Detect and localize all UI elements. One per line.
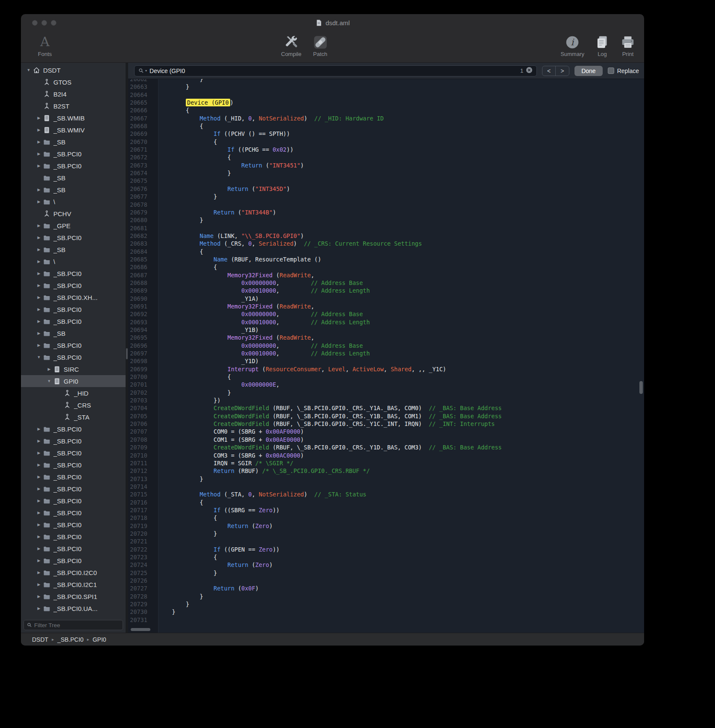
sidebar-item[interactable]: ▶ \ bbox=[21, 255, 126, 267]
sidebar-item[interactable]: ▶ _SB.PCI0 bbox=[21, 495, 126, 507]
sidebar-item[interactable]: ▼ GPI0 bbox=[21, 375, 126, 387]
sidebar-item[interactable]: ▶ _GPE bbox=[21, 220, 126, 232]
disclosure-triangle-icon[interactable]: ▶ bbox=[35, 499, 42, 503]
disclosure-triangle-icon[interactable]: ▶ bbox=[35, 475, 42, 479]
fonts-button[interactable]: Fonts bbox=[37, 35, 53, 57]
log-button[interactable]: Log bbox=[595, 35, 610, 57]
sidebar-item[interactable]: ▶ _SB.PCI0 bbox=[21, 543, 126, 555]
sidebar-item[interactable]: ▶ _SB.WMIB bbox=[21, 112, 126, 124]
disclosure-triangle-icon[interactable]: ▶ bbox=[35, 247, 42, 252]
disclosure-triangle-icon[interactable]: ▶ bbox=[35, 523, 42, 527]
disclosure-triangle-icon[interactable]: ▶ bbox=[35, 463, 42, 467]
sidebar-item[interactable]: ▶ _SB.PCI0 bbox=[21, 507, 126, 519]
disclosure-triangle-icon[interactable]: ▶ bbox=[35, 427, 42, 431]
disclosure-triangle-icon[interactable]: ▶ bbox=[35, 331, 42, 335]
sidebar-item[interactable]: ▶ _SB.PCI0 bbox=[21, 160, 126, 172]
disclosure-triangle-icon[interactable]: ▶ bbox=[35, 188, 42, 192]
replace-checkbox[interactable] bbox=[608, 68, 614, 74]
sidebar-item[interactable]: _STA bbox=[21, 411, 126, 423]
divider-grip[interactable] bbox=[126, 348, 128, 359]
sidebar-item[interactable]: GTOS bbox=[21, 76, 126, 88]
sidebar-item[interactable]: ▶ _SB.PCI0 bbox=[21, 435, 126, 447]
done-button[interactable]: Done bbox=[574, 66, 602, 76]
disclosure-triangle-icon[interactable]: ▶ bbox=[35, 235, 42, 240]
disclosure-triangle-icon[interactable]: ▶ bbox=[35, 295, 42, 299]
sidebar-item[interactable]: B2ST bbox=[21, 100, 126, 112]
sidebar-item[interactable]: ▼ DSDT bbox=[21, 64, 126, 76]
sidebar-item[interactable]: ▶ _SB.PCI0 bbox=[21, 279, 126, 291]
sidebar-item[interactable]: ▶ _SB bbox=[21, 136, 126, 148]
sidebar-item[interactable]: ▶ _SB.PCI0 bbox=[21, 267, 126, 279]
print-button[interactable]: Print bbox=[620, 35, 636, 57]
disclosure-triangle-icon[interactable]: ▶ bbox=[35, 582, 42, 587]
replace-toggle[interactable]: Replace bbox=[608, 68, 639, 74]
disclosure-triangle-icon[interactable]: ▶ bbox=[35, 594, 42, 599]
sidebar-item[interactable]: ▶ _SB.PCI0.I2C0 bbox=[21, 567, 126, 578]
disclosure-triangle-icon[interactable]: ▶ bbox=[35, 451, 42, 455]
sidebar-item[interactable]: ▶ _SB.PCI0 bbox=[21, 447, 126, 459]
sidebar-item[interactable]: ▶ _SB bbox=[21, 244, 126, 255]
sidebar-item[interactable]: ▶ _SB.PCI0 bbox=[21, 339, 126, 351]
sidebar-item[interactable]: ▶ _SB.PCI0.I2C1 bbox=[21, 578, 126, 590]
sidebar-item[interactable]: ▶ SIRC bbox=[21, 363, 126, 375]
sidebar-item[interactable]: ▶ _SB.WMIV bbox=[21, 124, 126, 136]
sidebar-item[interactable]: ▶ _SB.PCI0 bbox=[21, 303, 126, 315]
disclosure-triangle-icon[interactable]: ▶ bbox=[35, 200, 42, 204]
sidebar-item[interactable]: ▶ _SB.PCI0 bbox=[21, 519, 126, 531]
disclosure-triangle-icon[interactable]: ▶ bbox=[35, 319, 42, 323]
disclosure-triangle-icon[interactable]: ▶ bbox=[35, 546, 42, 551]
disclosure-triangle-icon[interactable]: ▶ bbox=[35, 511, 42, 515]
breadcrumb-item[interactable]: DSDT bbox=[32, 636, 48, 643]
summary-button[interactable]: Summary bbox=[560, 35, 584, 57]
filter-input[interactable] bbox=[34, 622, 120, 628]
sidebar-item[interactable]: ▶ _SB bbox=[21, 327, 126, 339]
sidebar-item[interactable]: ▼ _SB.PCI0 bbox=[21, 351, 126, 363]
sidebar-item[interactable]: _SB bbox=[21, 172, 126, 184]
disclosure-triangle-icon[interactable]: ▶ bbox=[35, 558, 42, 563]
minimize-button[interactable] bbox=[41, 20, 47, 26]
filter-field[interactable] bbox=[23, 620, 123, 630]
disclosure-triangle-icon[interactable]: ▶ bbox=[35, 116, 42, 120]
code-editor[interactable]: 20662 } 20663 } 20664 20665 Device (GPI0… bbox=[128, 79, 644, 633]
disclosure-triangle-icon[interactable]: ▶ bbox=[35, 152, 42, 156]
sidebar-item[interactable]: ▶ _SB.PCI0 bbox=[21, 531, 126, 543]
disclosure-triangle-icon[interactable]: ▶ bbox=[35, 439, 42, 443]
vertical-scrollbar[interactable] bbox=[639, 381, 643, 394]
find-search-input[interactable]: ▾ Device (GPI0 1 bbox=[134, 65, 537, 76]
patch-button[interactable]: Patch bbox=[313, 35, 328, 57]
breadcrumb-item[interactable]: _SB.PCI0 bbox=[57, 636, 83, 643]
disclosure-triangle-icon[interactable]: ▶ bbox=[35, 487, 42, 491]
disclosure-triangle-icon[interactable]: ▶ bbox=[35, 343, 42, 347]
sidebar-item[interactable]: ▶ _SB.PCI0.XH... bbox=[21, 291, 126, 303]
sidebar-item[interactable]: ▶ _SB.PCI0.SPI1 bbox=[21, 590, 126, 602]
close-button[interactable] bbox=[32, 20, 38, 26]
disclosure-triangle-icon[interactable]: ▼ bbox=[25, 68, 32, 72]
disclosure-triangle-icon[interactable]: ▶ bbox=[35, 606, 42, 611]
disclosure-triangle-icon[interactable]: ▶ bbox=[35, 164, 42, 168]
sidebar-item[interactable]: ▶ _SB.PCI0 bbox=[21, 555, 126, 567]
disclosure-triangle-icon[interactable]: ▼ bbox=[46, 379, 53, 383]
disclosure-triangle-icon[interactable]: ▶ bbox=[35, 283, 42, 288]
sidebar-item[interactable]: ▶ _SB.PCI0 bbox=[21, 423, 126, 435]
sidebar-item[interactable]: PCHV bbox=[21, 208, 126, 220]
horizontal-scrollbar[interactable] bbox=[131, 628, 150, 631]
find-next-button[interactable]: > bbox=[556, 66, 569, 76]
compile-button[interactable]: Compile bbox=[281, 35, 302, 57]
sidebar-item[interactable]: ▶ _SB.PCI0 bbox=[21, 315, 126, 327]
clear-search-button[interactable] bbox=[526, 67, 533, 75]
disclosure-triangle-icon[interactable]: ▶ bbox=[35, 128, 42, 132]
sidebar-item[interactable]: ▶ _SB.PCI0 bbox=[21, 148, 126, 160]
disclosure-triangle-icon[interactable]: ▶ bbox=[35, 534, 42, 539]
sidebar-item[interactable]: ▶ _SB.PCI0 bbox=[21, 232, 126, 244]
sidebar-item[interactable]: ▶ _SB.PCI0 bbox=[21, 483, 126, 495]
sidebar-item[interactable]: B2I4 bbox=[21, 88, 126, 100]
sidebar-item[interactable]: ▶ _SB.PCI0 bbox=[21, 471, 126, 483]
disclosure-triangle-icon[interactable]: ▼ bbox=[35, 355, 42, 359]
disclosure-triangle-icon[interactable]: ▶ bbox=[35, 570, 42, 575]
disclosure-triangle-icon[interactable]: ▶ bbox=[35, 271, 42, 276]
disclosure-triangle-icon[interactable]: ▶ bbox=[35, 140, 42, 144]
zoom-button[interactable] bbox=[51, 20, 56, 26]
sidebar-item[interactable]: ▶ _SB bbox=[21, 184, 126, 196]
sidebar-item[interactable]: ▶ \ bbox=[21, 196, 126, 208]
disclosure-triangle-icon[interactable]: ▶ bbox=[35, 259, 42, 264]
